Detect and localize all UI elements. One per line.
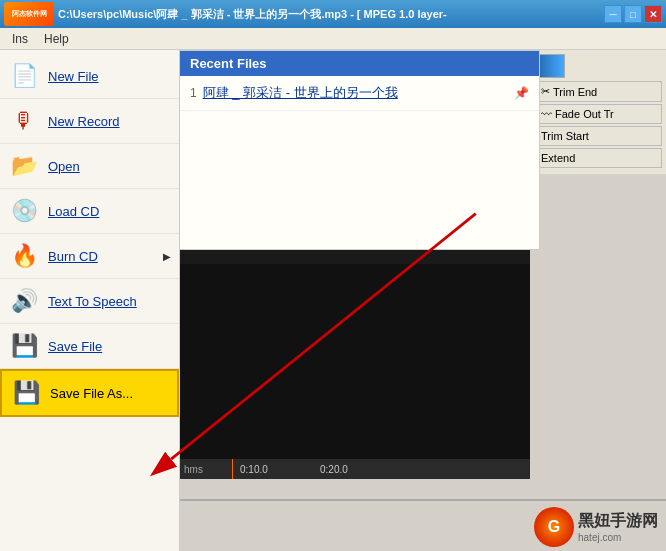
trim-end-label: Trim End [553,86,597,98]
fade-out-icon: 〰 [541,108,552,120]
sidebar-menu: 📄 New File 🎙 New Record 📂 Open 💿 Load CD… [0,50,180,551]
sidebar-item-new-file[interactable]: 📄 New File [0,54,179,99]
fade-out-label: Fade Out Tr [555,108,614,120]
recent-file-item[interactable]: 1 阿肆 _ 郭采洁 - 世界上的另一个我 📌 [180,76,539,111]
sidebar-item-save-file[interactable]: 💾 Save File [0,324,179,369]
close-button[interactable]: ✕ [644,5,662,23]
recent-files-header: Recent Files [180,51,539,76]
playhead [232,459,233,479]
timeline-bar: hms 0:10.0 0:20.0 [180,459,530,479]
trim-start-button[interactable]: Trim Start [535,126,662,146]
trim-start-label: Trim Start [541,130,589,142]
save-file-as-label: Save File As... [50,386,133,401]
new-file-icon: 📄 [8,60,40,92]
bottom-site-text: hatej.com [578,532,658,543]
title-text: C:\Users\pc\Music\阿肆 _ 郭采洁 - 世界上的另一个我.mp… [58,7,604,22]
recent-file-name: 阿肆 _ 郭采洁 - 世界上的另一个我 [203,84,514,102]
maximize-button[interactable]: □ [624,5,642,23]
sidebar-item-open[interactable]: 📂 Open [0,144,179,189]
logo-text-area: 黑妞手游网 hatej.com [578,511,658,543]
waveform-icon-row [535,54,662,78]
fade-out-button[interactable]: 〰 Fade Out Tr [535,104,662,124]
extend-label: Extend [541,152,575,164]
title-bar: 阿杰软件网 C:\Users\pc\Music\阿肆 _ 郭采洁 - 世界上的另… [0,0,666,28]
timeline-mark-1: 0:10.0 [240,464,268,475]
sidebar-item-save-file-as[interactable]: 💾 Save File As... [0,369,179,417]
menu-item-help[interactable]: Help [36,30,77,48]
open-label: Open [48,159,80,174]
menu-bar: Ins Help [0,28,666,50]
logo-circle: G [534,507,574,547]
load-cd-icon: 💿 [8,195,40,227]
new-record-label: New Record [48,114,120,129]
trim-end-icon: ✂ [541,85,550,98]
main-area: 📄 New File 🎙 New Record 📂 Open 💿 Load CD… [0,50,666,551]
new-record-icon: 🎙 [8,105,40,137]
save-file-label: Save File [48,339,102,354]
sidebar-item-text-to-speech[interactable]: 🔊 Text To Speech [0,279,179,324]
right-toolbar: ✂ Trim End 〰 Fade Out Tr Trim Start Exte… [530,50,666,174]
title-buttons: ─ □ ✕ [604,5,662,23]
extend-button[interactable]: Extend [535,148,662,168]
sidebar-item-load-cd[interactable]: 💿 Load CD [0,189,179,234]
menu-item-ins[interactable]: Ins [4,30,36,48]
new-file-label: New File [48,69,99,84]
burn-cd-icon: 🔥 [8,240,40,272]
logo-icon: G [548,518,560,536]
load-cd-label: Load CD [48,204,99,219]
text-to-speech-label: Text To Speech [48,294,137,309]
bottom-logo-area: G 黑妞手游网 hatej.com [534,507,658,547]
save-file-icon: 💾 [8,330,40,362]
recent-file-number: 1 [190,86,197,100]
app-logo: 阿杰软件网 [4,2,54,26]
open-icon: 📂 [8,150,40,182]
hms-label: hms [180,464,207,475]
timeline-mark-2: 0:20.0 [320,464,348,475]
sidebar-item-new-record[interactable]: 🎙 New Record [0,99,179,144]
bottom-logo-text: 黑妞手游网 [578,511,658,532]
minimize-button[interactable]: ─ [604,5,622,23]
sidebar-item-burn-cd[interactable]: 🔥 Burn CD ▶ [0,234,179,279]
trim-end-button[interactable]: ✂ Trim End [535,81,662,102]
svg-rect-2 [180,265,530,480]
pin-icon: 📌 [514,86,529,100]
save-file-as-icon: 💾 [10,377,42,409]
burn-cd-arrow-icon: ▶ [163,251,171,262]
text-to-speech-icon: 🔊 [8,285,40,317]
recent-files-panel: Recent Files 1 阿肆 _ 郭采洁 - 世界上的另一个我 📌 [180,50,540,250]
burn-cd-label: Burn CD [48,249,98,264]
